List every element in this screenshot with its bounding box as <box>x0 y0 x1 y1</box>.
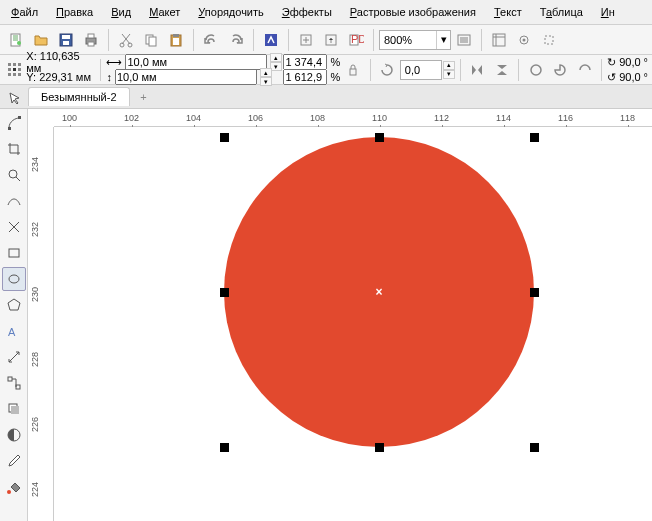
svg-point-24 <box>523 38 526 41</box>
new-doc-button[interactable] <box>4 28 28 52</box>
text-tool[interactable]: A <box>2 319 26 343</box>
export-button[interactable] <box>319 28 343 52</box>
cut-button[interactable] <box>114 28 138 52</box>
svg-rect-32 <box>8 73 11 76</box>
pie-type-button[interactable] <box>549 58 572 82</box>
ellipse-shape[interactable]: × <box>224 137 534 447</box>
polygon-tool[interactable] <box>2 293 26 317</box>
zoom-dropdown[interactable]: ▾ <box>436 31 450 49</box>
save-button[interactable] <box>54 28 78 52</box>
freehand-tool[interactable] <box>2 189 26 213</box>
tab-document[interactable]: Безымянный-2 <box>28 87 130 106</box>
separator <box>518 59 519 81</box>
drop-shadow-tool[interactable] <box>2 397 26 421</box>
menu-file[interactable]: ФФайлайл <box>2 3 47 21</box>
separator <box>370 59 371 81</box>
handle-n[interactable] <box>375 133 384 142</box>
print-button[interactable] <box>79 28 103 52</box>
lock-ratio-button[interactable] <box>341 58 364 82</box>
menu-bitmaps[interactable]: Растровые изображения <box>341 3 485 21</box>
menu-edit[interactable]: Правка <box>47 3 102 21</box>
paste-button[interactable] <box>164 28 188 52</box>
connector-tool[interactable] <box>2 371 26 395</box>
transparency-tool[interactable] <box>2 423 26 447</box>
menu-table[interactable]: Таблица <box>531 3 592 21</box>
handle-se[interactable] <box>530 443 539 452</box>
menu-arrange[interactable]: Упорядочить <box>189 3 272 21</box>
rulers-button[interactable] <box>487 28 511 52</box>
undo-button[interactable] <box>199 28 223 52</box>
scale-x-input[interactable] <box>283 54 327 70</box>
spin-down[interactable]: ▾ <box>260 77 272 86</box>
guidelines-button[interactable] <box>537 28 561 52</box>
menu-layout[interactable]: Макет <box>140 3 189 21</box>
spin-up[interactable]: ▴ <box>443 61 455 70</box>
import-button[interactable] <box>294 28 318 52</box>
parallel-dim-tool[interactable] <box>2 345 26 369</box>
rotation-input[interactable] <box>400 60 442 80</box>
copy-button[interactable] <box>139 28 163 52</box>
redo-button[interactable] <box>224 28 248 52</box>
menu-tools[interactable]: Ин <box>592 3 624 21</box>
rectangle-tool[interactable] <box>2 241 26 265</box>
svg-rect-6 <box>88 34 94 38</box>
crop-tool[interactable] <box>2 137 26 161</box>
separator <box>373 29 374 51</box>
menu-view[interactable]: Вид <box>102 3 140 21</box>
ruler-tick: 116 <box>558 113 573 123</box>
separator <box>193 29 194 51</box>
handle-s[interactable] <box>375 443 384 452</box>
handle-e[interactable] <box>530 288 539 297</box>
height-input[interactable] <box>115 69 257 85</box>
tab-add-button[interactable]: + <box>134 88 154 106</box>
ellipse-tool[interactable] <box>2 267 26 291</box>
separator <box>288 29 289 51</box>
canvas[interactable]: × <box>54 127 652 521</box>
ruler-tick: 226 <box>30 417 40 432</box>
zoom-input[interactable] <box>380 31 436 49</box>
handle-ne[interactable] <box>530 133 539 142</box>
spin-up[interactable]: ▴ <box>270 53 282 62</box>
eyedropper-tool[interactable] <box>2 449 26 473</box>
handle-nw[interactable] <box>220 133 229 142</box>
fill-tool[interactable] <box>2 475 26 499</box>
fullscreen-button[interactable] <box>452 28 476 52</box>
zoom-tool[interactable] <box>2 163 26 187</box>
y-value: 229,31 мм <box>39 71 91 83</box>
spin-up[interactable]: ▴ <box>260 68 272 77</box>
svg-rect-3 <box>62 35 70 39</box>
zoom-combo[interactable]: ▾ <box>379 30 451 50</box>
open-button[interactable] <box>29 28 53 52</box>
ruler-tick: 106 <box>248 113 263 123</box>
grid-button[interactable] <box>512 28 536 52</box>
svg-rect-40 <box>9 249 19 257</box>
menu-effects[interactable]: Эффекты <box>273 3 341 21</box>
ellipse-type-button[interactable] <box>524 58 547 82</box>
ruler-tick: 114 <box>496 113 511 123</box>
mirror-v-button[interactable] <box>490 58 513 82</box>
handle-w[interactable] <box>220 288 229 297</box>
x-label: X: <box>26 50 36 62</box>
publish-button[interactable]: PDF <box>344 28 368 52</box>
pick-tool[interactable] <box>2 87 26 111</box>
separator <box>481 29 482 51</box>
search-button[interactable] <box>259 28 283 52</box>
ruler-tick: 104 <box>186 113 201 123</box>
angle1-value: 90,0 <box>619 56 640 68</box>
spin-down[interactable]: ▾ <box>443 70 455 79</box>
svg-rect-11 <box>149 37 156 46</box>
handle-sw[interactable] <box>220 443 229 452</box>
scale-y-input[interactable] <box>283 69 327 85</box>
arc-type-button[interactable] <box>573 58 596 82</box>
svg-rect-34 <box>18 73 21 76</box>
width-input[interactable] <box>125 54 267 70</box>
shape-tool[interactable] <box>2 111 26 135</box>
ruler-tick: 110 <box>372 113 387 123</box>
svg-text:PDF: PDF <box>351 33 364 45</box>
separator <box>253 29 254 51</box>
separator <box>100 59 101 81</box>
menu-text[interactable]: Текст <box>485 3 531 21</box>
separator <box>108 29 109 51</box>
artistic-media-tool[interactable] <box>2 215 26 239</box>
mirror-h-button[interactable] <box>466 58 489 82</box>
